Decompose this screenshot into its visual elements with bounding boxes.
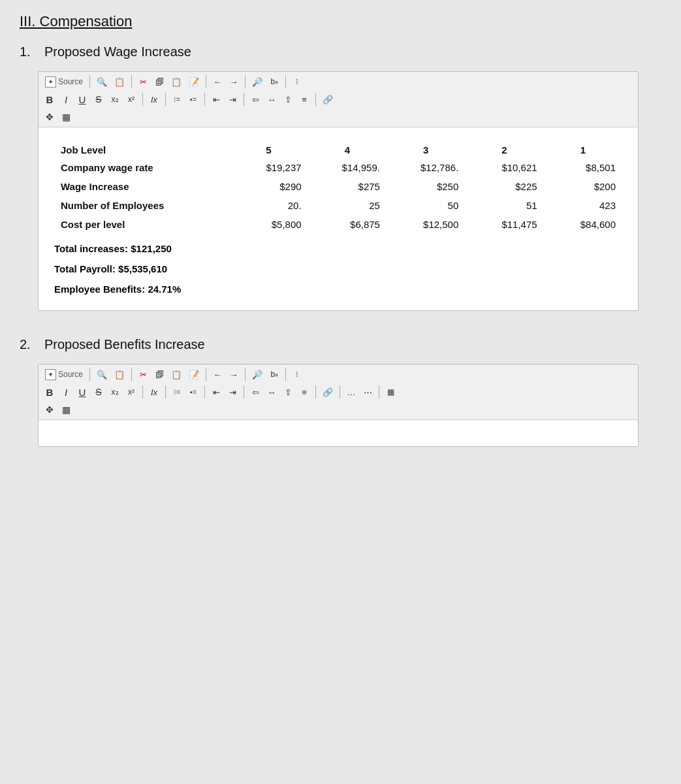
table-insert-btn-2[interactable]: ▦ [59, 402, 73, 417]
extra-btn-2b[interactable]: ⋯ [360, 385, 375, 399]
toolbar-2: ✦ Source 🔍 📋 ✂ 🗐 📋 📝 ← → 🔎 [39, 365, 638, 420]
sep-1h [204, 93, 205, 106]
row1-c5: $19,237 [229, 158, 308, 177]
extra-btn-2a[interactable]: … [344, 385, 358, 399]
table-insert-btn-1[interactable]: ▦ [59, 110, 73, 124]
link-btn-1[interactable]: 🔗 [320, 92, 336, 106]
numbered-item-1: 1. Proposed Wage Increase [20, 44, 661, 66]
sep-1i [244, 93, 244, 106]
sep-1b [131, 75, 132, 88]
table-btn-1[interactable]: ⁝ [290, 74, 304, 89]
ordered-list-btn-1[interactable]: ⁝= [170, 92, 184, 106]
align-right-btn-1[interactable]: ⇧ [281, 92, 295, 106]
superscript-btn-1[interactable]: x² [124, 92, 138, 106]
source-button-2[interactable]: ✦ Source [42, 367, 86, 382]
paste-text-btn-2[interactable]: 📝 [186, 367, 202, 382]
col5-header: 5 [229, 140, 308, 158]
row3-c5: 20. [229, 196, 308, 215]
outdent-btn-1[interactable]: ⇤ [209, 92, 223, 106]
subsection-2: 2. Proposed Benefits Increase ✦ Source 🔍… [20, 337, 661, 447]
row4-c2: $11,475 [465, 215, 543, 234]
undo-btn-1[interactable]: ← [210, 74, 225, 89]
row2-c1: $200 [544, 177, 622, 196]
source-label-1: Source [58, 77, 83, 86]
indent-btn-2[interactable]: ⇥ [225, 385, 240, 399]
total-increases-label: Total increases: [54, 243, 128, 254]
redo-btn-2[interactable]: → [227, 367, 241, 382]
undo-btn-2[interactable]: ← [210, 367, 225, 382]
remove-format-btn-2[interactable]: Ix [147, 385, 161, 399]
cut-btn-2[interactable]: ✂ [136, 367, 150, 382]
resize-btn-2[interactable]: ✥ [42, 402, 57, 417]
link-btn-2[interactable]: 🔗 [320, 385, 336, 399]
unordered-list-btn-1[interactable]: •= [186, 92, 200, 106]
outdent-btn-2[interactable]: ⇤ [209, 385, 223, 399]
strike-btn-1[interactable]: S [91, 92, 106, 106]
table-row-num-employees: Number of Employees 20. 25 50 51 423 [54, 196, 622, 215]
sep-2g [165, 385, 166, 399]
remove-format-btn-1[interactable]: Ix [147, 92, 161, 106]
align-justify-btn-1[interactable]: ≡ [297, 92, 311, 106]
find-btn-1[interactable]: 🔎 [249, 74, 265, 89]
sep-1g [165, 93, 166, 106]
table-btn-2[interactable]: ⁝ [290, 367, 304, 382]
row1-c1: $8,501 [544, 158, 622, 177]
subscript-btn-1[interactable]: x₂ [108, 92, 122, 106]
row3-c2: 51 [465, 196, 543, 215]
sep-2f [142, 385, 143, 399]
row1-c3: $12,786. [387, 158, 465, 177]
clipboard-btn-2[interactable]: 📋 [112, 367, 127, 382]
row2-c3: $250 [387, 177, 465, 196]
spell-btn-2[interactable]: ba [267, 367, 281, 382]
superscript-btn-2[interactable]: x² [124, 385, 138, 399]
source-label-2: Source [58, 370, 83, 379]
row4-c5: $5,800 [229, 215, 308, 234]
copy-btn-1[interactable]: 🗐 [152, 74, 166, 89]
search-btn-1[interactable]: 🔍 [94, 74, 110, 89]
bold-btn-2[interactable]: B [42, 385, 57, 399]
align-right-btn-2[interactable]: ⇧ [281, 385, 295, 399]
bold-btn-1[interactable]: B [42, 92, 57, 106]
strike-btn-2[interactable]: S [91, 385, 106, 399]
row2-c5: $290 [229, 177, 308, 196]
total-payroll-line: Total Payroll: $5,535,610 [54, 261, 622, 277]
ordered-list-btn-2[interactable]: ⁝= [170, 385, 184, 399]
redo-btn-1[interactable]: → [227, 74, 241, 89]
unordered-list-btn-2[interactable]: •= [186, 385, 200, 399]
paste-text-btn-1[interactable]: 📝 [186, 74, 202, 89]
table-grid-btn-2[interactable]: ▦ [383, 385, 398, 399]
row4-label: Cost per level [54, 215, 229, 234]
spell-btn-1[interactable]: ba [267, 74, 281, 89]
editor-box-1: ✦ Source 🔍 📋 ✂ 🗐 📋 📝 [38, 71, 639, 311]
underline-btn-1[interactable]: U [75, 92, 89, 106]
sep-1e [285, 75, 286, 88]
paste-btn-2[interactable]: 📋 [168, 367, 184, 382]
content-area-1[interactable]: Job Level 5 4 3 2 1 Company wage rate $1… [39, 127, 638, 310]
col-label-header: Job Level [54, 140, 229, 158]
clipboard-btn-1[interactable]: 📋 [112, 74, 127, 89]
toolbar-row-1c: ✥ ▦ [42, 110, 634, 124]
indent-btn-1[interactable]: ⇥ [225, 92, 240, 106]
cut-btn-1[interactable]: ✂ [136, 74, 150, 89]
subscript-btn-2[interactable]: x₂ [108, 385, 122, 399]
align-justify-btn-2[interactable]: ≡ [297, 385, 311, 399]
find-btn-2[interactable]: 🔎 [249, 367, 265, 382]
paste-btn-1[interactable]: 📋 [168, 74, 184, 89]
source-button-1[interactable]: ✦ Source [42, 74, 86, 89]
align-center-btn-1[interactable]: ↔ [264, 92, 279, 106]
italic-btn-2[interactable]: I [59, 385, 73, 399]
resize-btn-1[interactable]: ✥ [42, 110, 57, 124]
row3-label: Number of Employees [54, 196, 229, 215]
col3-header: 3 [387, 140, 465, 158]
align-center-btn-2[interactable]: ↔ [264, 385, 279, 399]
align-left-btn-1[interactable]: ⇦ [248, 92, 262, 106]
sep-2l [379, 385, 379, 399]
underline-btn-2[interactable]: U [75, 385, 89, 399]
sep-2h [204, 385, 205, 399]
search-btn-2[interactable]: 🔍 [94, 367, 110, 382]
sep-1c [206, 75, 206, 88]
italic-btn-1[interactable]: I [59, 92, 73, 106]
copy-btn-2[interactable]: 🗐 [152, 367, 166, 382]
align-left-btn-2[interactable]: ⇦ [248, 385, 262, 399]
content-area-2[interactable] [39, 420, 638, 446]
